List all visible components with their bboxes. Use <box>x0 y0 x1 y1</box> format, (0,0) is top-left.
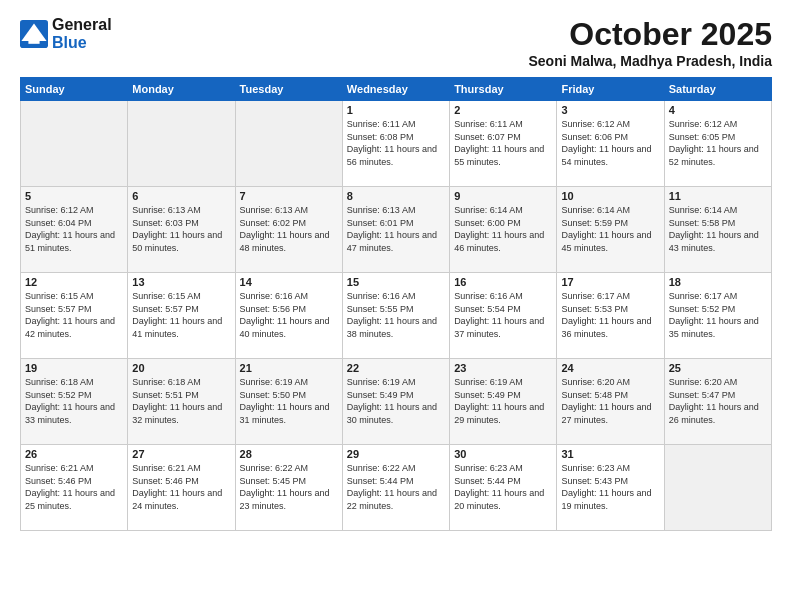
day-number: 16 <box>454 276 552 288</box>
cell-content: Sunrise: 6:18 AM Sunset: 5:51 PM Dayligh… <box>132 376 230 426</box>
calendar-cell: 5Sunrise: 6:12 AM Sunset: 6:04 PM Daylig… <box>21 187 128 273</box>
week-row-3: 12Sunrise: 6:15 AM Sunset: 5:57 PM Dayli… <box>21 273 772 359</box>
calendar-cell <box>21 101 128 187</box>
week-row-5: 26Sunrise: 6:21 AM Sunset: 5:46 PM Dayli… <box>21 445 772 531</box>
logo: General Blue <box>20 16 112 52</box>
day-number: 5 <box>25 190 123 202</box>
day-number: 2 <box>454 104 552 116</box>
calendar-cell: 24Sunrise: 6:20 AM Sunset: 5:48 PM Dayli… <box>557 359 664 445</box>
calendar-cell: 10Sunrise: 6:14 AM Sunset: 5:59 PM Dayli… <box>557 187 664 273</box>
cell-content: Sunrise: 6:11 AM Sunset: 6:07 PM Dayligh… <box>454 118 552 168</box>
calendar-cell: 9Sunrise: 6:14 AM Sunset: 6:00 PM Daylig… <box>450 187 557 273</box>
day-number: 25 <box>669 362 767 374</box>
day-number: 26 <box>25 448 123 460</box>
cell-content: Sunrise: 6:13 AM Sunset: 6:03 PM Dayligh… <box>132 204 230 254</box>
calendar-cell: 21Sunrise: 6:19 AM Sunset: 5:50 PM Dayli… <box>235 359 342 445</box>
logo-icon <box>20 20 48 48</box>
day-number: 28 <box>240 448 338 460</box>
calendar-cell: 29Sunrise: 6:22 AM Sunset: 5:44 PM Dayli… <box>342 445 449 531</box>
month-title: October 2025 <box>528 16 772 53</box>
calendar-cell: 13Sunrise: 6:15 AM Sunset: 5:57 PM Dayli… <box>128 273 235 359</box>
calendar-cell: 22Sunrise: 6:19 AM Sunset: 5:49 PM Dayli… <box>342 359 449 445</box>
cell-content: Sunrise: 6:14 AM Sunset: 5:59 PM Dayligh… <box>561 204 659 254</box>
calendar-cell <box>128 101 235 187</box>
logo-text: General Blue <box>52 16 112 52</box>
calendar-cell: 11Sunrise: 6:14 AM Sunset: 5:58 PM Dayli… <box>664 187 771 273</box>
day-number: 30 <box>454 448 552 460</box>
cell-content: Sunrise: 6:12 AM Sunset: 6:05 PM Dayligh… <box>669 118 767 168</box>
calendar-cell: 20Sunrise: 6:18 AM Sunset: 5:51 PM Dayli… <box>128 359 235 445</box>
day-number: 17 <box>561 276 659 288</box>
day-number: 18 <box>669 276 767 288</box>
week-row-4: 19Sunrise: 6:18 AM Sunset: 5:52 PM Dayli… <box>21 359 772 445</box>
calendar-cell: 26Sunrise: 6:21 AM Sunset: 5:46 PM Dayli… <box>21 445 128 531</box>
col-saturday: Saturday <box>664 78 771 101</box>
location: Seoni Malwa, Madhya Pradesh, India <box>528 53 772 69</box>
cell-content: Sunrise: 6:15 AM Sunset: 5:57 PM Dayligh… <box>132 290 230 340</box>
day-number: 12 <box>25 276 123 288</box>
calendar-cell: 15Sunrise: 6:16 AM Sunset: 5:55 PM Dayli… <box>342 273 449 359</box>
calendar-cell <box>235 101 342 187</box>
svg-rect-2 <box>28 40 39 44</box>
day-number: 15 <box>347 276 445 288</box>
day-number: 8 <box>347 190 445 202</box>
cell-content: Sunrise: 6:17 AM Sunset: 5:52 PM Dayligh… <box>669 290 767 340</box>
cell-content: Sunrise: 6:23 AM Sunset: 5:43 PM Dayligh… <box>561 462 659 512</box>
calendar-cell: 2Sunrise: 6:11 AM Sunset: 6:07 PM Daylig… <box>450 101 557 187</box>
calendar-cell: 18Sunrise: 6:17 AM Sunset: 5:52 PM Dayli… <box>664 273 771 359</box>
day-number: 29 <box>347 448 445 460</box>
col-thursday: Thursday <box>450 78 557 101</box>
calendar-cell: 7Sunrise: 6:13 AM Sunset: 6:02 PM Daylig… <box>235 187 342 273</box>
day-number: 4 <box>669 104 767 116</box>
calendar-cell: 6Sunrise: 6:13 AM Sunset: 6:03 PM Daylig… <box>128 187 235 273</box>
day-number: 9 <box>454 190 552 202</box>
day-number: 22 <box>347 362 445 374</box>
col-wednesday: Wednesday <box>342 78 449 101</box>
cell-content: Sunrise: 6:16 AM Sunset: 5:56 PM Dayligh… <box>240 290 338 340</box>
day-number: 27 <box>132 448 230 460</box>
cell-content: Sunrise: 6:21 AM Sunset: 5:46 PM Dayligh… <box>132 462 230 512</box>
cell-content: Sunrise: 6:14 AM Sunset: 5:58 PM Dayligh… <box>669 204 767 254</box>
calendar-cell: 19Sunrise: 6:18 AM Sunset: 5:52 PM Dayli… <box>21 359 128 445</box>
calendar-cell: 14Sunrise: 6:16 AM Sunset: 5:56 PM Dayli… <box>235 273 342 359</box>
day-number: 19 <box>25 362 123 374</box>
day-number: 13 <box>132 276 230 288</box>
cell-content: Sunrise: 6:23 AM Sunset: 5:44 PM Dayligh… <box>454 462 552 512</box>
cell-content: Sunrise: 6:19 AM Sunset: 5:49 PM Dayligh… <box>347 376 445 426</box>
cell-content: Sunrise: 6:19 AM Sunset: 5:49 PM Dayligh… <box>454 376 552 426</box>
col-sunday: Sunday <box>21 78 128 101</box>
header: General Blue October 2025 Seoni Malwa, M… <box>20 16 772 69</box>
calendar-cell: 1Sunrise: 6:11 AM Sunset: 6:08 PM Daylig… <box>342 101 449 187</box>
day-number: 7 <box>240 190 338 202</box>
day-number: 10 <box>561 190 659 202</box>
day-number: 31 <box>561 448 659 460</box>
day-number: 6 <box>132 190 230 202</box>
cell-content: Sunrise: 6:11 AM Sunset: 6:08 PM Dayligh… <box>347 118 445 168</box>
cell-content: Sunrise: 6:21 AM Sunset: 5:46 PM Dayligh… <box>25 462 123 512</box>
cell-content: Sunrise: 6:13 AM Sunset: 6:02 PM Dayligh… <box>240 204 338 254</box>
cell-content: Sunrise: 6:15 AM Sunset: 5:57 PM Dayligh… <box>25 290 123 340</box>
calendar-cell: 30Sunrise: 6:23 AM Sunset: 5:44 PM Dayli… <box>450 445 557 531</box>
day-number: 21 <box>240 362 338 374</box>
cell-content: Sunrise: 6:22 AM Sunset: 5:44 PM Dayligh… <box>347 462 445 512</box>
cell-content: Sunrise: 6:20 AM Sunset: 5:48 PM Dayligh… <box>561 376 659 426</box>
cell-content: Sunrise: 6:16 AM Sunset: 5:55 PM Dayligh… <box>347 290 445 340</box>
calendar-cell: 28Sunrise: 6:22 AM Sunset: 5:45 PM Dayli… <box>235 445 342 531</box>
cell-content: Sunrise: 6:20 AM Sunset: 5:47 PM Dayligh… <box>669 376 767 426</box>
col-monday: Monday <box>128 78 235 101</box>
calendar-cell: 27Sunrise: 6:21 AM Sunset: 5:46 PM Dayli… <box>128 445 235 531</box>
day-number: 1 <box>347 104 445 116</box>
header-row: Sunday Monday Tuesday Wednesday Thursday… <box>21 78 772 101</box>
day-number: 11 <box>669 190 767 202</box>
calendar-cell: 16Sunrise: 6:16 AM Sunset: 5:54 PM Dayli… <box>450 273 557 359</box>
cell-content: Sunrise: 6:12 AM Sunset: 6:04 PM Dayligh… <box>25 204 123 254</box>
cell-content: Sunrise: 6:13 AM Sunset: 6:01 PM Dayligh… <box>347 204 445 254</box>
calendar-table: Sunday Monday Tuesday Wednesday Thursday… <box>20 77 772 531</box>
week-row-2: 5Sunrise: 6:12 AM Sunset: 6:04 PM Daylig… <box>21 187 772 273</box>
calendar-cell: 4Sunrise: 6:12 AM Sunset: 6:05 PM Daylig… <box>664 101 771 187</box>
calendar-cell <box>664 445 771 531</box>
cell-content: Sunrise: 6:19 AM Sunset: 5:50 PM Dayligh… <box>240 376 338 426</box>
calendar-cell: 23Sunrise: 6:19 AM Sunset: 5:49 PM Dayli… <box>450 359 557 445</box>
calendar-cell: 25Sunrise: 6:20 AM Sunset: 5:47 PM Dayli… <box>664 359 771 445</box>
cell-content: Sunrise: 6:18 AM Sunset: 5:52 PM Dayligh… <box>25 376 123 426</box>
